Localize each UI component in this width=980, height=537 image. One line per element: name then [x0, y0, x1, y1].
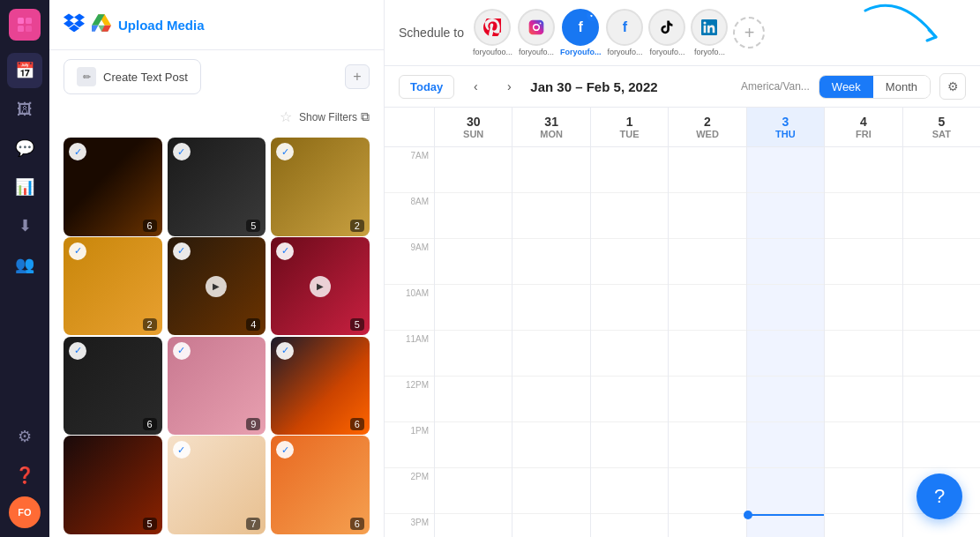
cell-thu-11am[interactable]	[747, 331, 824, 377]
sidebar-item-team[interactable]: 👥	[7, 247, 42, 282]
cell-wed-11am[interactable]	[669, 331, 745, 377]
sidebar-item-analytics[interactable]: 📊	[7, 169, 42, 205]
cell-tue-10am[interactable]	[591, 285, 668, 331]
day-column-sun[interactable]	[434, 147, 512, 537]
sidebar-item-image[interactable]: 🖼	[7, 92, 42, 127]
cell-fri-7am[interactable]	[825, 147, 901, 193]
cell-mon-9am[interactable]	[512, 239, 589, 285]
cell-fri-2pm[interactable]	[825, 468, 901, 514]
media-thumb[interactable]: ✓ 6	[271, 337, 370, 436]
cell-sat-8am[interactable]	[903, 193, 980, 239]
media-thumb[interactable]: ✓ 2	[271, 138, 370, 236]
media-thumb[interactable]: ✓ 6	[271, 436, 370, 534]
media-thumb[interactable]: ✓ 6	[64, 337, 162, 436]
cell-wed-1pm[interactable]	[669, 422, 745, 468]
cell-thu-7am[interactable]	[747, 147, 824, 193]
cell-mon-11am[interactable]	[512, 331, 589, 377]
day-column-tue[interactable]	[590, 147, 668, 537]
cell-thu-1pm[interactable]	[747, 422, 824, 468]
sidebar-item-calendar[interactable]: 📅	[7, 53, 42, 88]
cell-sun-11am[interactable]	[435, 331, 512, 377]
cell-tue-11am[interactable]	[591, 331, 668, 377]
cell-mon-10am[interactable]	[512, 285, 589, 331]
month-view-button[interactable]: Month	[873, 76, 930, 98]
cell-wed-12pm[interactable]	[669, 377, 745, 422]
media-thumb[interactable]: ✓ 6	[64, 138, 162, 236]
cell-tue-12pm[interactable]	[591, 377, 668, 422]
cell-fri-3pm[interactable]	[825, 514, 901, 537]
cell-tue-2pm[interactable]	[591, 468, 668, 514]
cell-sun-8am[interactable]	[435, 193, 512, 239]
cell-sun-3pm[interactable]	[435, 514, 512, 537]
add-account-button[interactable]: +	[733, 17, 765, 48]
app-logo[interactable]	[9, 9, 41, 41]
sidebar-item-help[interactable]: ❓	[7, 458, 42, 493]
facebook-active-avatar[interactable]: f	[562, 9, 599, 46]
cell-fri-1pm[interactable]	[825, 422, 901, 468]
cell-fri-11am[interactable]	[825, 331, 901, 377]
help-chat-button[interactable]: ?	[916, 474, 962, 519]
add-content-button[interactable]: +	[345, 64, 370, 89]
cell-thu-12pm[interactable]	[747, 377, 824, 422]
next-week-button[interactable]: ›	[497, 74, 521, 99]
cell-thu-10am[interactable]	[747, 285, 824, 331]
cell-wed-9am[interactable]	[669, 239, 745, 285]
cell-tue-7am[interactable]	[591, 147, 668, 193]
create-text-post-button[interactable]: ✏ Create Text Post	[64, 59, 201, 94]
sidebar-item-settings[interactable]: ⚙	[7, 419, 42, 454]
cell-sat-11am[interactable]	[903, 331, 980, 377]
cell-thu-8am[interactable]	[747, 193, 824, 239]
cell-sat-1pm[interactable]	[903, 422, 980, 468]
cell-tue-9am[interactable]	[591, 239, 668, 285]
cell-mon-2pm[interactable]	[512, 468, 589, 514]
user-avatar[interactable]: FO	[9, 496, 41, 528]
pinterest-avatar[interactable]	[474, 9, 511, 46]
cell-sat-9am[interactable]	[903, 239, 980, 285]
cell-sat-10am[interactable]	[903, 285, 980, 331]
media-thumb[interactable]: ✓ 5	[168, 138, 266, 236]
cell-sun-9am[interactable]	[435, 239, 512, 285]
cell-fri-12pm[interactable]	[825, 377, 901, 422]
media-thumb[interactable]: ✓ 2	[64, 237, 162, 336]
linkedin-avatar[interactable]	[691, 9, 728, 46]
upload-media-button[interactable]: Upload Media	[118, 18, 205, 33]
cell-wed-2pm[interactable]	[669, 468, 745, 514]
cell-tue-8am[interactable]	[591, 193, 668, 239]
cell-sun-12pm[interactable]	[435, 377, 512, 422]
cell-sun-7am[interactable]	[435, 147, 512, 193]
cell-mon-8am[interactable]	[512, 193, 589, 239]
day-column-mon[interactable]	[512, 147, 589, 537]
day-column-fri[interactable]	[824, 147, 901, 537]
cell-wed-10am[interactable]	[669, 285, 745, 331]
cell-fri-10am[interactable]	[825, 285, 901, 331]
media-thumb[interactable]: 5	[64, 436, 162, 534]
cell-mon-7am[interactable]	[512, 147, 589, 193]
cell-sat-7am[interactable]	[903, 147, 980, 193]
cell-sun-1pm[interactable]	[435, 422, 512, 468]
instagram-avatar[interactable]	[518, 9, 555, 46]
cell-thu-3pm[interactable]	[747, 514, 824, 537]
day-column-thu[interactable]	[746, 147, 824, 537]
cell-sun-10am[interactable]	[435, 285, 512, 331]
favorite-icon[interactable]: ☆	[280, 108, 292, 125]
cell-sun-2pm[interactable]	[435, 468, 512, 514]
show-filters-button[interactable]: Show Filters ⧉	[299, 109, 370, 124]
cell-mon-1pm[interactable]	[512, 422, 589, 468]
prev-week-button[interactable]: ‹	[463, 74, 488, 99]
cell-mon-12pm[interactable]	[512, 377, 589, 422]
today-button[interactable]: Today	[399, 75, 454, 99]
cell-thu-2pm[interactable]	[747, 468, 824, 514]
sidebar-item-downloads[interactable]: ⬇	[7, 208, 42, 243]
cell-tue-3pm[interactable]	[591, 514, 668, 537]
media-thumb[interactable]: ✓ ▶ 5	[271, 237, 370, 336]
cell-fri-9am[interactable]	[825, 239, 901, 285]
cell-thu-9am[interactable]	[747, 239, 824, 285]
week-view-button[interactable]: Week	[819, 76, 873, 98]
sidebar-item-chat[interactable]: 💬	[7, 131, 42, 166]
cell-wed-3pm[interactable]	[669, 514, 745, 537]
media-thumb[interactable]: ✓ 9	[168, 337, 266, 436]
cell-wed-7am[interactable]	[669, 147, 745, 193]
cell-mon-3pm[interactable]	[512, 514, 589, 537]
tiktok-avatar[interactable]	[648, 9, 685, 46]
media-thumb[interactable]: ✓ ▶ 4	[168, 237, 266, 336]
